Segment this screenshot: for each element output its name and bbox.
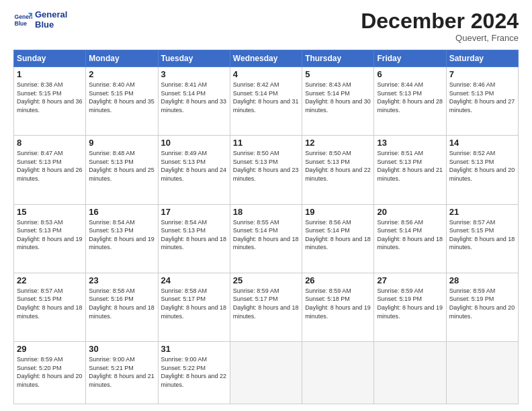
table-row: 20 Sunrise: 8:56 AMSunset: 5:14 PMDaylig… [374, 204, 446, 273]
day-number: 28 [449, 275, 515, 285]
day-number: 18 [233, 207, 299, 217]
table-row: 21 Sunrise: 8:57 AMSunset: 5:15 PMDaylig… [446, 204, 518, 273]
col-thursday: Thursday [302, 50, 374, 67]
day-number: 24 [161, 275, 227, 285]
svg-text:General: General [15, 13, 32, 20]
table-row: 9 Sunrise: 8:48 AMSunset: 5:13 PMDayligh… [86, 136, 158, 204]
table-row: 11 Sunrise: 8:50 AMSunset: 5:13 PMDaylig… [230, 136, 302, 204]
calendar-week-3: 15 Sunrise: 8:53 AMSunset: 5:13 PMDaylig… [14, 204, 519, 273]
day-info: Sunrise: 9:00 AMSunset: 5:21 PMDaylight:… [89, 356, 154, 388]
day-info: Sunrise: 8:40 AMSunset: 5:15 PMDaylight:… [89, 81, 154, 113]
calendar-week-1: 1 Sunrise: 8:38 AMSunset: 5:15 PMDayligh… [14, 67, 519, 136]
table-row: 28 Sunrise: 8:59 AMSunset: 5:19 PMDaylig… [446, 273, 518, 341]
day-info: Sunrise: 8:56 AMSunset: 5:14 PMDaylight:… [305, 219, 371, 251]
day-number: 6 [377, 69, 443, 79]
calendar-week-4: 22 Sunrise: 8:57 AMSunset: 5:15 PMDaylig… [14, 273, 519, 341]
header-row: Sunday Monday Tuesday Wednesday Thursday… [14, 50, 519, 67]
table-row: 22 Sunrise: 8:57 AMSunset: 5:15 PMDaylig… [14, 273, 86, 341]
table-row: 29 Sunrise: 8:59 AMSunset: 5:20 PMDaylig… [14, 342, 86, 404]
day-info: Sunrise: 8:59 AMSunset: 5:19 PMDaylight:… [377, 287, 443, 320]
day-info: Sunrise: 8:59 AMSunset: 5:18 PMDaylight:… [305, 287, 371, 320]
day-info: Sunrise: 8:57 AMSunset: 5:15 PMDaylight:… [17, 287, 83, 320]
table-row: 12 Sunrise: 8:50 AMSunset: 5:13 PMDaylig… [302, 136, 374, 204]
day-info: Sunrise: 8:44 AMSunset: 5:13 PMDaylight:… [377, 81, 443, 113]
logo-icon: General Blue [13, 11, 32, 30]
table-row [446, 342, 518, 404]
day-number: 11 [233, 138, 299, 148]
day-info: Sunrise: 8:42 AMSunset: 5:14 PMDaylight:… [233, 81, 299, 113]
day-info: Sunrise: 8:51 AMSunset: 5:13 PMDaylight:… [377, 150, 443, 182]
table-row: 30 Sunrise: 9:00 AMSunset: 5:21 PMDaylig… [86, 342, 158, 404]
table-row: 17 Sunrise: 8:54 AMSunset: 5:13 PMDaylig… [158, 204, 230, 273]
table-row: 7 Sunrise: 8:46 AMSunset: 5:13 PMDayligh… [446, 67, 518, 136]
day-info: Sunrise: 8:53 AMSunset: 5:13 PMDaylight:… [17, 219, 83, 251]
day-number: 16 [89, 207, 154, 217]
day-info: Sunrise: 8:52 AMSunset: 5:13 PMDaylight:… [449, 150, 515, 182]
day-info: Sunrise: 9:00 AMSunset: 5:22 PMDaylight:… [161, 356, 227, 388]
day-number: 25 [233, 275, 299, 285]
table-row: 19 Sunrise: 8:56 AMSunset: 5:14 PMDaylig… [302, 204, 374, 273]
col-friday: Friday [374, 50, 446, 67]
calendar-week-2: 8 Sunrise: 8:47 AMSunset: 5:13 PMDayligh… [14, 136, 519, 204]
day-number: 2 [89, 69, 154, 79]
day-number: 5 [305, 69, 371, 79]
table-row: 3 Sunrise: 8:41 AMSunset: 5:14 PMDayligh… [158, 67, 230, 136]
day-number: 8 [17, 138, 83, 148]
table-row: 31 Sunrise: 9:00 AMSunset: 5:22 PMDaylig… [158, 342, 230, 404]
table-row: 18 Sunrise: 8:55 AMSunset: 5:14 PMDaylig… [230, 204, 302, 273]
day-number: 21 [449, 207, 515, 217]
logo: General Blue General Blue [13, 10, 67, 30]
logo-text: General [35, 10, 67, 20]
day-number: 13 [377, 138, 443, 148]
day-info: Sunrise: 8:46 AMSunset: 5:13 PMDaylight:… [449, 81, 515, 113]
day-number: 7 [449, 69, 515, 79]
calendar-week-5: 29 Sunrise: 8:59 AMSunset: 5:20 PMDaylig… [14, 342, 519, 404]
day-number: 27 [377, 275, 443, 285]
table-row: 24 Sunrise: 8:58 AMSunset: 5:17 PMDaylig… [158, 273, 230, 341]
svg-text:Blue: Blue [15, 20, 28, 27]
table-row: 27 Sunrise: 8:59 AMSunset: 5:19 PMDaylig… [374, 273, 446, 341]
day-info: Sunrise: 8:57 AMSunset: 5:15 PMDaylight:… [449, 219, 515, 251]
day-info: Sunrise: 8:43 AMSunset: 5:14 PMDaylight:… [305, 81, 371, 113]
table-row: 5 Sunrise: 8:43 AMSunset: 5:14 PMDayligh… [302, 67, 374, 136]
day-number: 19 [305, 207, 371, 217]
table-row: 8 Sunrise: 8:47 AMSunset: 5:13 PMDayligh… [14, 136, 86, 204]
day-info: Sunrise: 8:55 AMSunset: 5:14 PMDaylight:… [233, 219, 299, 251]
day-number: 22 [17, 275, 83, 285]
day-number: 23 [89, 275, 154, 285]
day-info: Sunrise: 8:59 AMSunset: 5:19 PMDaylight:… [449, 287, 515, 320]
table-row: 4 Sunrise: 8:42 AMSunset: 5:14 PMDayligh… [230, 67, 302, 136]
day-info: Sunrise: 8:38 AMSunset: 5:15 PMDaylight:… [17, 81, 83, 113]
day-info: Sunrise: 8:49 AMSunset: 5:13 PMDaylight:… [161, 150, 227, 182]
day-number: 1 [17, 69, 83, 79]
day-number: 10 [161, 138, 227, 148]
calendar-page: General Blue General Blue December 2024 … [0, 0, 532, 411]
col-tuesday: Tuesday [158, 50, 230, 67]
day-info: Sunrise: 8:59 AMSunset: 5:17 PMDaylight:… [233, 287, 299, 320]
day-info: Sunrise: 8:54 AMSunset: 5:13 PMDaylight:… [89, 219, 154, 251]
day-number: 26 [305, 275, 371, 285]
calendar-table: Sunday Monday Tuesday Wednesday Thursday… [13, 50, 519, 404]
day-info: Sunrise: 8:50 AMSunset: 5:13 PMDaylight:… [305, 150, 371, 182]
day-info: Sunrise: 8:58 AMSunset: 5:16 PMDaylight:… [89, 287, 154, 320]
day-number: 17 [161, 207, 227, 217]
month-title: December 2024 [361, 10, 519, 32]
table-row: 23 Sunrise: 8:58 AMSunset: 5:16 PMDaylig… [86, 273, 158, 341]
table-row: 6 Sunrise: 8:44 AMSunset: 5:13 PMDayligh… [374, 67, 446, 136]
day-info: Sunrise: 8:48 AMSunset: 5:13 PMDaylight:… [89, 150, 154, 182]
col-monday: Monday [86, 50, 158, 67]
day-number: 20 [377, 207, 443, 217]
title-section: December 2024 Quevert, France [361, 10, 519, 43]
table-row [374, 342, 446, 404]
day-info: Sunrise: 8:41 AMSunset: 5:14 PMDaylight:… [161, 81, 227, 113]
table-row [302, 342, 374, 404]
table-row: 10 Sunrise: 8:49 AMSunset: 5:13 PMDaylig… [158, 136, 230, 204]
day-number: 15 [17, 207, 83, 217]
day-number: 14 [449, 138, 515, 148]
table-row: 13 Sunrise: 8:51 AMSunset: 5:13 PMDaylig… [374, 136, 446, 204]
day-number: 12 [305, 138, 371, 148]
table-row: 1 Sunrise: 8:38 AMSunset: 5:15 PMDayligh… [14, 67, 86, 136]
day-info: Sunrise: 8:58 AMSunset: 5:17 PMDaylight:… [161, 287, 227, 320]
day-number: 9 [89, 138, 154, 148]
day-info: Sunrise: 8:47 AMSunset: 5:13 PMDaylight:… [17, 150, 83, 182]
